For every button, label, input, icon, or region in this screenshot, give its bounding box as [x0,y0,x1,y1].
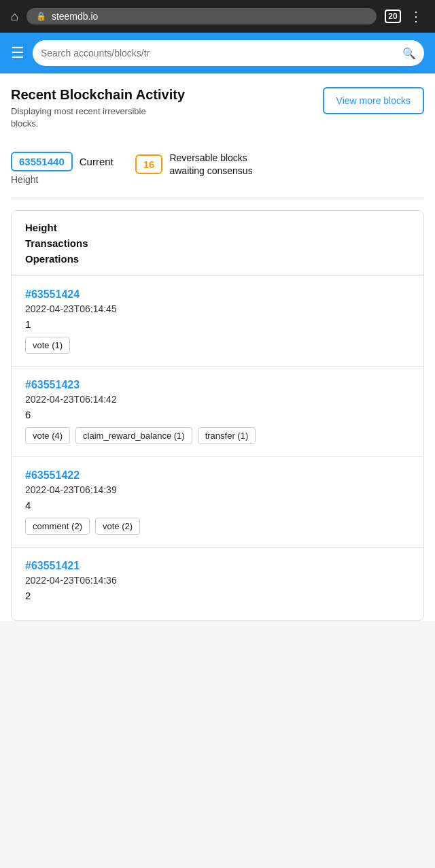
search-bar[interactable]: 🔍 [33,40,424,66]
table-row: #635514222022-04-23T06:14:394comment (2)… [12,457,423,548]
header-text: Recent Blockchain Activity Displaying mo… [11,87,185,130]
block-tx-count: 1 [25,318,410,330]
block-id-link[interactable]: #63551422 [25,469,410,482]
op-badge[interactable]: comment (2) [25,518,90,535]
current-label: Current [80,156,114,167]
block-timestamp: 2022-04-23T06:14:42 [25,394,410,405]
block-timestamp: 2022-04-23T06:14:39 [25,484,410,495]
table-header: Height Transactions Operations [12,211,423,276]
op-badge[interactable]: vote (4) [25,427,70,444]
nav-bar: ☰ 🔍 [0,33,435,73]
status-bar-right: 20 ⋮ [385,8,424,24]
url-text: steemdb.io [52,11,98,22]
col-operations: Operations [25,253,410,265]
col-transactions: Transactions [25,237,410,249]
home-icon: ⌂ [11,10,18,24]
block-id-link[interactable]: #63551424 [25,288,410,301]
current-height-stat: 63551440 Current Height [11,152,114,185]
page-subtitle: Displaying most recent irreversible bloc… [11,105,167,130]
search-icon: 🔍 [402,47,416,60]
op-badge[interactable]: transfer (1) [198,427,256,444]
hamburger-menu-icon[interactable]: ☰ [11,44,24,62]
main-content: Recent Blockchain Activity Displaying mo… [0,73,435,621]
table-row: #635514242022-04-23T06:14:451vote (1) [12,276,423,367]
tab-count[interactable]: 20 [385,10,401,23]
stats-section: 63551440 Current Height 16 Reversable bl… [11,144,424,199]
block-timestamp: 2022-04-23T06:14:45 [25,303,410,314]
block-rows-container: #635514242022-04-23T06:14:451vote (1)#63… [12,276,423,620]
block-id-link[interactable]: #63551421 [25,560,410,572]
ops-container: vote (4)claim_reward_balance (1)transfer… [25,427,410,444]
blocks-table: Height Transactions Operations #63551424… [11,210,424,621]
reversible-blocks-stat: 16 Reversable blocks awaiting consensus [135,152,279,179]
height-label: Height [11,174,114,185]
more-menu-icon[interactable]: ⋮ [409,8,424,24]
search-input[interactable] [41,48,397,59]
current-height-badge[interactable]: 63551440 [11,152,73,171]
lock-icon: 🔒 [36,12,46,21]
block-tx-count: 4 [25,499,410,511]
block-id-link[interactable]: #63551423 [25,379,410,391]
status-bar: ⌂ 🔒 steemdb.io 20 ⋮ [0,0,435,33]
url-bar[interactable]: 🔒 steemdb.io [27,8,377,24]
block-tx-count: 6 [25,409,410,420]
op-badge[interactable]: claim_reward_balance (1) [75,427,192,444]
table-row: #635514212022-04-23T06:14:362 [12,548,423,620]
block-timestamp: 2022-04-23T06:14:36 [25,575,410,586]
op-badge[interactable]: vote (2) [95,518,140,535]
view-more-blocks-button[interactable]: View more blocks [323,87,424,114]
table-row: #635514232022-04-23T06:14:426vote (4)cla… [12,367,423,457]
col-height: Height [25,222,410,233]
header-section: Recent Blockchain Activity Displaying mo… [11,87,424,130]
reversible-count-badge: 16 [135,154,163,174]
op-badge[interactable]: vote (1) [25,337,70,354]
ops-container: comment (2)vote (2) [25,518,410,535]
reversible-label: Reversable blocks awaiting consensus [169,152,278,176]
page-title: Recent Blockchain Activity [11,87,185,103]
ops-container: vote (1) [25,337,410,354]
block-tx-count: 2 [25,590,410,601]
